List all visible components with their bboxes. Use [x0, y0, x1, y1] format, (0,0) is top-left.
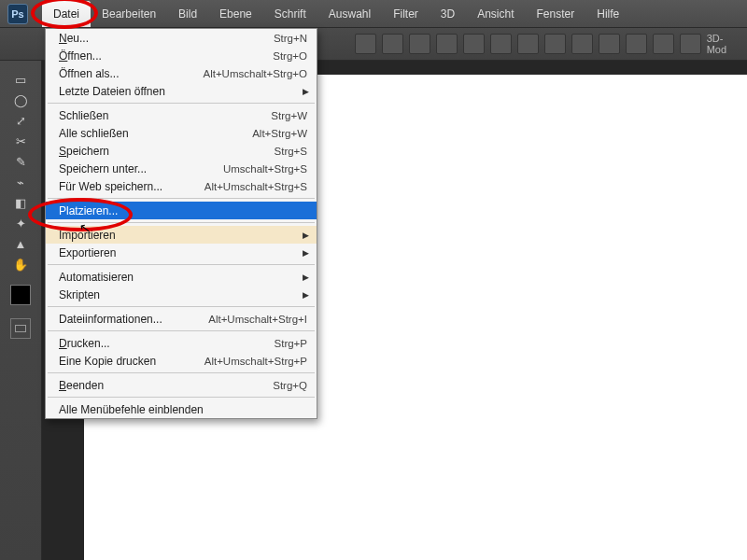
- menu-bild[interactable]: Bild: [167, 1, 208, 27]
- option-icon[interactable]: [409, 34, 430, 54]
- menu-item-schlieen[interactable]: SchließenStrg+W: [46, 106, 317, 124]
- menu-hilfe[interactable]: Hilfe: [585, 1, 630, 27]
- menu-item-shortcut: Alt+Umschalt+Strg+P: [204, 356, 307, 367]
- option-icon[interactable]: [436, 34, 458, 54]
- menu-item-automatisieren[interactable]: Automatisieren▶: [46, 268, 317, 286]
- menu-item-label: Dateiinformationen...: [59, 313, 208, 326]
- option-icon[interactable]: [653, 34, 674, 54]
- tool-icon[interactable]: ✋: [10, 255, 31, 273]
- option-icon[interactable]: [571, 34, 593, 54]
- menu-item-shortcut: Alt+Strg+W: [252, 128, 307, 139]
- submenu-arrow-icon: ▶: [303, 273, 309, 282]
- menu-datei[interactable]: Datei: [42, 1, 91, 27]
- menu-item-shortcut: Strg+O: [273, 50, 307, 62]
- tool-icon[interactable]: ✦: [10, 214, 31, 232]
- option-icon[interactable]: [463, 34, 485, 54]
- menu-separator: [48, 264, 315, 265]
- menu-3d[interactable]: 3D: [430, 1, 466, 27]
- menu-item-importieren[interactable]: Importieren▶: [46, 226, 317, 244]
- menu-item-label: Alle Menübefehle einblenden: [59, 403, 307, 416]
- tool-icon[interactable]: ▲: [10, 234, 31, 253]
- menu-item-label: Automatisieren: [59, 271, 307, 284]
- menu-item-label: Skripten: [59, 288, 307, 301]
- menu-item-ffnen[interactable]: Öffnen...Strg+O: [46, 47, 317, 64]
- submenu-arrow-icon: ▶: [303, 248, 309, 258]
- menu-item-label: Letzte Dateien öffnen: [59, 85, 307, 98]
- menu-item-beenden[interactable]: BeendenStrg+Q: [46, 376, 317, 394]
- menu-item-shortcut: Strg+W: [271, 110, 307, 121]
- menu-filter[interactable]: Filter: [382, 1, 430, 27]
- tool-icon[interactable]: ⌁: [10, 173, 31, 191]
- option-icon[interactable]: [599, 34, 620, 54]
- foreground-swatch[interactable]: [10, 285, 31, 305]
- menu-item-alleschlieen[interactable]: Alle schließenAlt+Strg+W: [46, 124, 317, 142]
- option-icon[interactable]: [490, 34, 512, 54]
- menu-item-shortcut: Alt+Umschalt+Strg+S: [204, 181, 307, 192]
- menu-separator: [48, 198, 315, 199]
- mode-label: 3D-Mod: [707, 33, 741, 55]
- option-icon[interactable]: [355, 34, 376, 54]
- menu-item-label: Für Web speichern...: [59, 180, 204, 193]
- menu-item-label: Schließen: [59, 109, 271, 122]
- menu-item-shortcut: Umschalt+Strg+S: [223, 163, 307, 175]
- option-icon[interactable]: [517, 34, 539, 54]
- menu-item-neu[interactable]: Neu...Strg+N: [46, 29, 317, 47]
- option-icon[interactable]: [680, 34, 701, 54]
- menu-bearbeiten[interactable]: Bearbeiten: [91, 1, 167, 27]
- tool-strip: ▭◯⤢✂✎⌁◧✦▲✋: [0, 61, 42, 560]
- menu-item-ffnenals[interactable]: Öffnen als...Alt+Umschalt+Strg+O: [46, 64, 317, 82]
- submenu-arrow-icon: ▶: [303, 290, 309, 300]
- submenu-arrow-icon: ▶: [303, 231, 309, 240]
- menu-item-drucken[interactable]: Drucken...Strg+P: [46, 334, 317, 352]
- menu-item-shortcut: Alt+Umschalt+Strg+I: [208, 314, 307, 325]
- menu-item-einekopiedrucken[interactable]: Eine Kopie druckenAlt+Umschalt+Strg+P: [46, 352, 317, 370]
- menu-item-label: Öffnen...: [59, 49, 273, 63]
- option-icon[interactable]: [382, 34, 403, 54]
- app-icon: Ps: [7, 4, 28, 24]
- menu-separator: [48, 330, 315, 331]
- menu-item-exportieren[interactable]: Exportieren▶: [46, 244, 317, 261]
- file-menu-dropdown: Neu...Strg+NÖffnen...Strg+OÖffnen als...…: [45, 28, 317, 419]
- menu-fenster[interactable]: Fenster: [526, 1, 586, 27]
- tool-icon[interactable]: ✎: [10, 152, 31, 171]
- tool-icon[interactable]: ◧: [10, 193, 31, 212]
- menu-separator: [48, 372, 315, 373]
- menu-item-label: Neu...: [59, 32, 274, 45]
- menu-item-shortcut: Strg+P: [275, 338, 307, 349]
- menu-item-label: Exportieren: [59, 246, 307, 259]
- menubar: DateiBearbeitenBildEbeneSchriftAuswahlFi…: [0, 0, 747, 28]
- menu-item-speichernunter[interactable]: Speichern unter...Umschalt+Strg+S: [46, 160, 317, 177]
- menu-item-letztedateienffnen[interactable]: Letzte Dateien öffnen▶: [46, 82, 317, 100]
- menu-item-frwebspeichern[interactable]: Für Web speichern...Alt+Umschalt+Strg+S: [46, 177, 317, 195]
- menu-item-label: Alle schließen: [59, 127, 252, 140]
- menu-separator: [48, 222, 315, 223]
- menu-item-shortcut: Strg+N: [274, 33, 307, 44]
- menu-item-shortcut: Strg+S: [275, 146, 307, 157]
- menu-ansicht[interactable]: Ansicht: [466, 1, 525, 27]
- menu-item-label: Beenden: [59, 379, 273, 392]
- menu-item-allemenbefehleeinblenden[interactable]: Alle Menübefehle einblenden: [46, 400, 317, 418]
- menu-item-skripten[interactable]: Skripten▶: [46, 286, 317, 303]
- menu-item-label: Speichern: [59, 145, 275, 158]
- menu-auswahl[interactable]: Auswahl: [317, 1, 382, 27]
- option-icon[interactable]: [544, 34, 566, 54]
- menu-item-platzieren[interactable]: Platzieren...: [46, 202, 317, 219]
- menu-item-label: Speichern unter...: [59, 162, 223, 175]
- tool-icon[interactable]: ⤢: [10, 111, 31, 130]
- menu-schrift[interactable]: Schrift: [263, 1, 317, 27]
- tool-icon[interactable]: ✂: [10, 132, 31, 150]
- quickmask-icon[interactable]: [10, 318, 31, 339]
- menu-item-label: Eine Kopie drucken: [59, 355, 204, 368]
- menu-item-speichern[interactable]: SpeichernStrg+S: [46, 142, 317, 160]
- menu-separator: [48, 397, 315, 398]
- tool-icon[interactable]: ▭: [10, 70, 31, 89]
- submenu-arrow-icon: ▶: [303, 87, 309, 96]
- menu-separator: [48, 306, 315, 307]
- menu-item-label: Platzieren...: [59, 204, 307, 217]
- menu-item-label: Drucken...: [59, 337, 275, 350]
- menu-item-label: Importieren: [59, 229, 307, 242]
- tool-icon[interactable]: ◯: [10, 91, 31, 109]
- menu-item-dateiinformationen[interactable]: Dateiinformationen...Alt+Umschalt+Strg+I: [46, 310, 317, 328]
- option-icon[interactable]: [626, 34, 647, 54]
- menu-ebene[interactable]: Ebene: [208, 1, 263, 27]
